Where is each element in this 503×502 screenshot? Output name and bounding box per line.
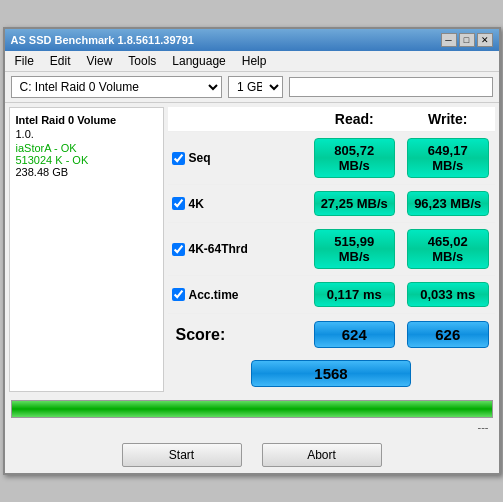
progress-area: ---	[5, 396, 499, 437]
drive-size: 238.48 GB	[16, 166, 157, 178]
progress-text: ---	[11, 421, 493, 433]
start-button[interactable]: Start	[122, 443, 242, 467]
menu-edit[interactable]: Edit	[46, 53, 75, 69]
value-seq-read: 805,72 MB/s	[314, 138, 396, 178]
checkbox-4k64[interactable]	[172, 243, 185, 256]
drive-version: 1.0.	[16, 128, 157, 140]
value-4k64-read: 515,99 MB/s	[314, 229, 396, 269]
main-window: AS SSD Benchmark 1.8.5611.39791 ─ □ ✕ Fi…	[3, 27, 501, 475]
row-seq: Seq 805,72 MB/s 649,17 MB/s	[168, 131, 495, 184]
score-total: 1568	[251, 360, 411, 387]
value-4k64-write: 465,02 MB/s	[407, 229, 489, 269]
value-acctime-read: 0,117 ms	[314, 282, 396, 307]
row-4k64: 4K-64Thrd 515,99 MB/s 465,02 MB/s	[168, 222, 495, 275]
window-title: AS SSD Benchmark 1.8.5611.39791	[11, 34, 194, 46]
menu-tools[interactable]: Tools	[124, 53, 160, 69]
progress-bar-inner	[12, 401, 492, 417]
drive-status1: iaStorA - OK	[16, 142, 157, 154]
size-select[interactable]: 1 GB	[228, 76, 283, 98]
window-controls: ─ □ ✕	[441, 33, 493, 47]
value-seq-write: 649,17 MB/s	[407, 138, 489, 178]
left-panel: Intel Raid 0 Volume 1.0. iaStorA - OK 51…	[9, 107, 164, 392]
score-total-row: 1568	[168, 355, 495, 392]
header-empty	[168, 111, 308, 127]
label-seq: Seq	[168, 151, 308, 165]
menu-help[interactable]: Help	[238, 53, 271, 69]
test-input[interactable]	[289, 77, 493, 97]
bench-header: Read: Write:	[168, 107, 495, 131]
checkbox-4k[interactable]	[172, 197, 185, 210]
title-bar: AS SSD Benchmark 1.8.5611.39791 ─ □ ✕	[5, 29, 499, 51]
abort-button[interactable]: Abort	[262, 443, 382, 467]
row-4k: 4K 27,25 MB/s 96,23 MB/s	[168, 184, 495, 222]
score-read: 624	[314, 321, 396, 348]
menu-file[interactable]: File	[11, 53, 38, 69]
drive-status2: 513024 K - OK	[16, 154, 157, 166]
maximize-button[interactable]: □	[459, 33, 475, 47]
value-acctime-write: 0,033 ms	[407, 282, 489, 307]
benchmark-panel: Read: Write: Seq 805,72 MB/s 649,17 MB/s…	[168, 107, 495, 392]
menu-bar: File Edit View Tools Language Help	[5, 51, 499, 72]
main-content: Intel Raid 0 Volume 1.0. iaStorA - OK 51…	[5, 103, 499, 396]
minimize-button[interactable]: ─	[441, 33, 457, 47]
header-read: Read:	[308, 111, 402, 127]
score-write: 626	[407, 321, 489, 348]
header-write: Write:	[401, 111, 495, 127]
label-4k64: 4K-64Thrd	[168, 242, 308, 256]
action-bar: Start Abort	[5, 437, 499, 473]
row-acctime: Acc.time 0,117 ms 0,033 ms	[168, 275, 495, 313]
menu-view[interactable]: View	[83, 53, 117, 69]
label-4k: 4K	[168, 197, 308, 211]
score-row: Score: 624 626	[168, 313, 495, 355]
checkbox-acctime[interactable]	[172, 288, 185, 301]
value-4k-write: 96,23 MB/s	[407, 191, 489, 216]
toolbar: C: Intel Raid 0 Volume 1 GB	[5, 72, 499, 103]
drive-select[interactable]: C: Intel Raid 0 Volume	[11, 76, 223, 98]
menu-language[interactable]: Language	[168, 53, 229, 69]
score-label: Score:	[168, 326, 308, 344]
progress-bar-outer	[11, 400, 493, 418]
drive-title: Intel Raid 0 Volume	[16, 114, 157, 126]
value-4k-read: 27,25 MB/s	[314, 191, 396, 216]
close-button[interactable]: ✕	[477, 33, 493, 47]
checkbox-seq[interactable]	[172, 152, 185, 165]
label-acctime: Acc.time	[168, 288, 308, 302]
